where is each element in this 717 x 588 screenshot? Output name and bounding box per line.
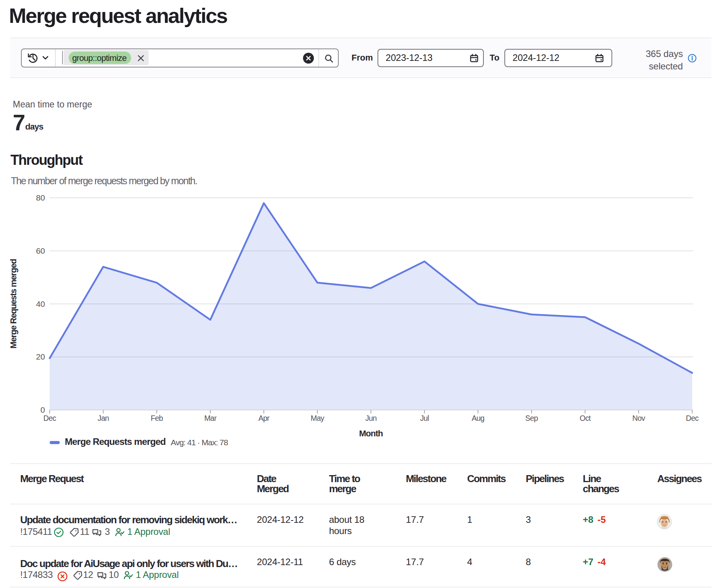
svg-text:Nov: Nov [632,414,645,422]
svg-text:Merge Requests merged: Merge Requests merged [9,259,18,348]
svg-text:Feb: Feb [151,414,163,422]
svg-text:60: 60 [36,246,45,255]
svg-text:0: 0 [40,405,45,414]
svg-text:40: 40 [36,299,45,308]
svg-text:Mar: Mar [204,414,216,422]
svg-text:May: May [311,414,324,422]
svg-text:Jul: Jul [420,414,429,422]
svg-text:Dec: Dec [686,414,699,422]
svg-text:Sep: Sep [525,414,538,422]
svg-text:Oct: Oct [580,414,591,422]
svg-text:80: 80 [36,193,45,202]
svg-text:Dec: Dec [43,414,56,422]
svg-text:Jun: Jun [365,414,376,422]
svg-text:20: 20 [36,352,45,361]
svg-text:Jan: Jan [97,414,109,422]
svg-text:Aug: Aug [472,414,484,422]
svg-text:Month: Month [359,429,383,438]
svg-text:Apr: Apr [258,414,270,422]
